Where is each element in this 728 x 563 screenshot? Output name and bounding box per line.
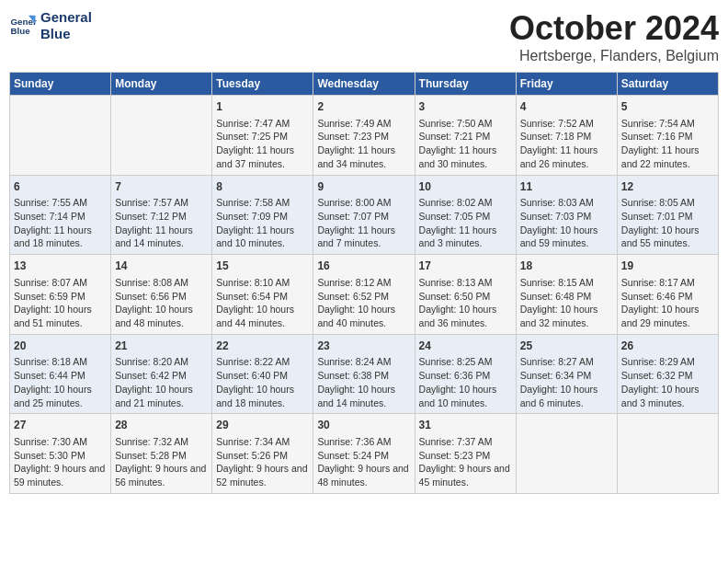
daylight-text: Daylight: 11 hours and 14 minutes. (115, 224, 208, 250)
daylight-text: Daylight: 11 hours and 7 minutes. (317, 224, 410, 250)
daylight-text: Daylight: 11 hours and 22 minutes. (621, 144, 714, 170)
calendar-cell (10, 96, 111, 176)
sunrise-text: Sunrise: 8:15 AM (520, 276, 613, 290)
calendar-cell: 9Sunrise: 8:00 AMSunset: 7:07 PMDaylight… (313, 175, 415, 255)
sunrise-text: Sunrise: 8:08 AM (115, 276, 208, 290)
calendar-cell: 7Sunrise: 7:57 AMSunset: 7:12 PMDaylight… (111, 175, 212, 255)
calendar-cell: 3Sunrise: 7:50 AMSunset: 7:21 PMDaylight… (415, 96, 516, 176)
calendar-cell: 28Sunrise: 7:32 AMSunset: 5:28 PMDayligh… (111, 414, 212, 494)
calendar-cell: 6Sunrise: 7:55 AMSunset: 7:14 PMDaylight… (10, 175, 111, 255)
calendar-header-friday: Friday (516, 73, 617, 96)
daylight-text: Daylight: 11 hours and 18 minutes. (14, 224, 107, 250)
location-title: Hertsberge, Flanders, Belgium (509, 48, 719, 64)
calendar-cell: 1Sunrise: 7:47 AMSunset: 7:25 PMDaylight… (212, 96, 313, 176)
sunset-text: Sunset: 7:09 PM (216, 210, 309, 224)
sunset-text: Sunset: 7:07 PM (317, 210, 410, 224)
daylight-text: Daylight: 10 hours and 55 minutes. (621, 224, 714, 250)
calendar-cell: 10Sunrise: 8:02 AMSunset: 7:05 PMDayligh… (415, 175, 516, 255)
day-number: 20 (14, 339, 107, 354)
sunset-text: Sunset: 5:28 PM (115, 449, 208, 463)
sunset-text: Sunset: 7:25 PM (216, 130, 309, 144)
sunrise-text: Sunrise: 8:29 AM (621, 355, 714, 369)
calendar-cell: 20Sunrise: 8:18 AMSunset: 6:44 PMDayligh… (10, 334, 111, 414)
sunset-text: Sunset: 5:30 PM (14, 449, 107, 463)
calendar-cell: 15Sunrise: 8:10 AMSunset: 6:54 PMDayligh… (212, 255, 313, 335)
sunrise-text: Sunrise: 7:58 AM (216, 196, 309, 210)
sunset-text: Sunset: 6:46 PM (621, 290, 714, 304)
sunrise-text: Sunrise: 8:02 AM (419, 196, 512, 210)
calendar-cell: 23Sunrise: 8:24 AMSunset: 6:38 PMDayligh… (313, 334, 415, 414)
sunrise-text: Sunrise: 8:12 AM (317, 276, 410, 290)
calendar-cell: 24Sunrise: 8:25 AMSunset: 6:36 PMDayligh… (415, 334, 516, 414)
daylight-text: Daylight: 10 hours and 48 minutes. (115, 303, 208, 329)
calendar-cell: 12Sunrise: 8:05 AMSunset: 7:01 PMDayligh… (617, 175, 718, 255)
daylight-text: Daylight: 9 hours and 59 minutes. (14, 462, 107, 488)
sunrise-text: Sunrise: 7:50 AM (419, 117, 512, 131)
calendar-header-sunday: Sunday (10, 73, 111, 96)
daylight-text: Daylight: 10 hours and 6 minutes. (520, 383, 613, 409)
day-number: 8 (216, 179, 309, 195)
sunset-text: Sunset: 6:38 PM (317, 369, 410, 383)
logo: General Blue General Blue (9, 9, 92, 42)
sunrise-text: Sunrise: 8:22 AM (216, 355, 309, 369)
calendar-cell: 29Sunrise: 7:34 AMSunset: 5:26 PMDayligh… (212, 414, 313, 494)
calendar-cell: 14Sunrise: 8:08 AMSunset: 6:56 PMDayligh… (111, 255, 212, 335)
daylight-text: Daylight: 11 hours and 30 minutes. (419, 144, 512, 170)
day-number: 16 (317, 259, 410, 274)
day-number: 29 (216, 418, 309, 433)
header: General Blue General Blue October 2024 H… (9, 9, 719, 64)
calendar-cell: 11Sunrise: 8:03 AMSunset: 7:03 PMDayligh… (516, 175, 617, 255)
sunset-text: Sunset: 5:26 PM (216, 449, 309, 463)
day-number: 27 (14, 418, 107, 433)
day-number: 1 (216, 99, 309, 115)
sunset-text: Sunset: 6:40 PM (216, 369, 309, 383)
calendar-cell: 31Sunrise: 7:37 AMSunset: 5:23 PMDayligh… (415, 414, 516, 494)
day-number: 30 (317, 418, 410, 433)
calendar-table: SundayMondayTuesdayWednesdayThursdayFrid… (9, 72, 719, 494)
day-number: 26 (621, 339, 714, 354)
calendar-cell: 21Sunrise: 8:20 AMSunset: 6:42 PMDayligh… (111, 334, 212, 414)
sunset-text: Sunset: 7:21 PM (419, 130, 512, 144)
sunrise-text: Sunrise: 8:00 AM (317, 196, 410, 210)
sunrise-text: Sunrise: 8:24 AM (317, 355, 410, 369)
calendar-cell: 17Sunrise: 8:13 AMSunset: 6:50 PMDayligh… (415, 255, 516, 335)
sunrise-text: Sunrise: 7:36 AM (317, 435, 410, 449)
sunrise-text: Sunrise: 8:18 AM (14, 355, 107, 369)
day-number: 12 (621, 179, 714, 195)
sunset-text: Sunset: 6:56 PM (115, 290, 208, 304)
sunset-text: Sunset: 6:42 PM (115, 369, 208, 383)
sunset-text: Sunset: 6:32 PM (621, 369, 714, 383)
calendar-cell: 22Sunrise: 8:22 AMSunset: 6:40 PMDayligh… (212, 334, 313, 414)
logo-line2: Blue (40, 26, 92, 42)
calendar-cell: 8Sunrise: 7:58 AMSunset: 7:09 PMDaylight… (212, 175, 313, 255)
calendar-week-row: 1Sunrise: 7:47 AMSunset: 7:25 PMDaylight… (10, 96, 719, 176)
day-number: 5 (621, 99, 714, 115)
daylight-text: Daylight: 10 hours and 59 minutes. (520, 224, 613, 250)
daylight-text: Daylight: 11 hours and 34 minutes. (317, 144, 410, 170)
daylight-text: Daylight: 10 hours and 14 minutes. (317, 383, 410, 409)
calendar-header-saturday: Saturday (617, 73, 718, 96)
calendar-cell: 30Sunrise: 7:36 AMSunset: 5:24 PMDayligh… (313, 414, 415, 494)
sunset-text: Sunset: 6:36 PM (419, 369, 512, 383)
calendar-week-row: 20Sunrise: 8:18 AMSunset: 6:44 PMDayligh… (10, 334, 719, 414)
calendar-cell: 5Sunrise: 7:54 AMSunset: 7:16 PMDaylight… (617, 96, 718, 176)
daylight-text: Daylight: 10 hours and 10 minutes. (419, 383, 512, 409)
calendar-cell: 18Sunrise: 8:15 AMSunset: 6:48 PMDayligh… (516, 255, 617, 335)
day-number: 18 (520, 259, 613, 274)
day-number: 21 (115, 339, 208, 354)
calendar-cell: 19Sunrise: 8:17 AMSunset: 6:46 PMDayligh… (617, 255, 718, 335)
calendar-cell: 2Sunrise: 7:49 AMSunset: 7:23 PMDaylight… (313, 96, 415, 176)
daylight-text: Daylight: 9 hours and 45 minutes. (419, 462, 512, 488)
sunset-text: Sunset: 7:18 PM (520, 130, 613, 144)
daylight-text: Daylight: 10 hours and 18 minutes. (216, 383, 309, 409)
sunrise-text: Sunrise: 7:49 AM (317, 117, 410, 131)
daylight-text: Daylight: 9 hours and 48 minutes. (317, 462, 410, 488)
sunrise-text: Sunrise: 7:55 AM (14, 196, 107, 210)
day-number: 22 (216, 339, 309, 354)
daylight-text: Daylight: 10 hours and 29 minutes. (621, 303, 714, 329)
calendar-header-wednesday: Wednesday (313, 73, 415, 96)
sunset-text: Sunset: 7:03 PM (520, 210, 613, 224)
title-area: October 2024 Hertsberge, Flanders, Belgi… (509, 9, 719, 64)
sunset-text: Sunset: 6:54 PM (216, 290, 309, 304)
day-number: 14 (115, 259, 208, 274)
